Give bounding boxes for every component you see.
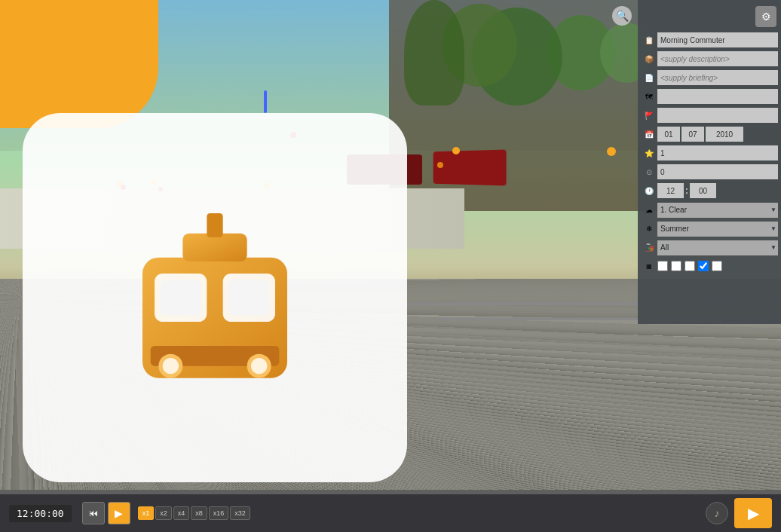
svg-rect-1 — [182, 234, 247, 261]
speed-buttons: x1 x2 x4 x8 x16 x32 — [138, 506, 250, 520]
logo-orange — [0, 0, 158, 128]
date-icon: 📅 — [641, 126, 657, 142]
music-button[interactable]: ♪ — [706, 502, 728, 524]
skip-back-button[interactable]: ⏮ — [82, 502, 105, 524]
field4-input[interactable] — [657, 108, 778, 123]
time-separator: : — [685, 185, 688, 196]
checkboxes-row: ▦ — [641, 258, 778, 274]
dot-6 — [607, 147, 616, 156]
points-icon: ⊙ — [641, 164, 657, 180]
date-year-input[interactable] — [706, 127, 743, 142]
svg-rect-2 — [207, 213, 222, 237]
bottom-bar: 12:00:00 ⏮ ▶ x1 x2 x4 x8 x16 x32 ♪ ▶ — [0, 494, 781, 532]
time-min-input[interactable] — [690, 183, 716, 198]
play-button[interactable]: ▶ — [108, 502, 130, 524]
speed-x8-button[interactable]: x8 — [191, 506, 207, 520]
supply-briefing-icon: 📄 — [641, 69, 657, 86]
field3-row: 🗺 — [641, 88, 778, 105]
date-day-input[interactable] — [657, 127, 680, 142]
tree-5 — [404, 0, 464, 105]
scenario-name-input[interactable] — [657, 32, 778, 47]
panel-header: ⚙ — [641, 3, 778, 30]
dot-5 — [437, 162, 443, 168]
supply-description-input[interactable] — [657, 51, 778, 66]
date-group — [657, 127, 778, 142]
right-controls: ♪ ▶ — [706, 498, 772, 528]
marker-blue — [264, 90, 267, 113]
weather-icon: ☁ — [641, 201, 657, 218]
checkbox-4[interactable] — [698, 261, 709, 271]
time-row: 🕐 : — [641, 182, 778, 199]
play-icon: ▶ — [115, 507, 123, 519]
checkbox-group — [657, 261, 778, 271]
stars-icon: ⭐ — [641, 145, 657, 161]
search-icon: 🔍 — [616, 10, 629, 22]
svg-rect-5 — [160, 280, 201, 316]
checkbox-row-icon: ▦ — [641, 258, 657, 274]
supply-briefing-input[interactable] — [657, 70, 778, 85]
checkbox-1[interactable] — [657, 261, 668, 271]
play-big-button[interactable]: ▶ — [734, 498, 772, 528]
time-icon: 🕐 — [641, 182, 657, 199]
era-icon: 🚂 — [641, 239, 657, 255]
gear-icon: ⚙ — [761, 11, 771, 23]
field3-icon: 🗺 — [641, 88, 657, 105]
svg-point-11 — [251, 358, 267, 374]
music-icon: ♪ — [715, 507, 720, 519]
scenario-name-row: 📋 — [641, 32, 778, 48]
svg-rect-6 — [228, 280, 269, 316]
field4-row: 🚩 — [641, 107, 778, 124]
bench-2 — [433, 149, 507, 185]
season-row: ❄ Spring Summer Autumn Winter ▼ — [641, 220, 778, 237]
checkbox-2[interactable] — [671, 261, 681, 271]
weather-row: ☁ 1. Clear 2. Overcast 3. Rain 4. Snow ▼ — [641, 201, 778, 218]
play-big-icon: ▶ — [748, 504, 759, 522]
speed-x1-button[interactable]: x1 — [138, 506, 155, 520]
season-select-wrapper: Spring Summer Autumn Winter ▼ — [657, 221, 778, 236]
era-select-wrapper: All Steam Diesel Electric ▼ — [657, 240, 778, 255]
skip-back-icon: ⏮ — [89, 508, 98, 518]
checkbox-3[interactable] — [685, 261, 695, 271]
time-group: : — [657, 183, 778, 198]
checkbox-5[interactable] — [712, 261, 722, 271]
era-row: 🚂 All Steam Diesel Electric ▼ — [641, 239, 778, 255]
season-select[interactable]: Spring Summer Autumn Winter — [657, 222, 778, 237]
era-select[interactable]: All Steam Diesel Electric — [657, 240, 778, 255]
stars-row: ⭐ — [641, 145, 778, 161]
weather-select[interactable]: 1. Clear 2. Overcast 3. Rain 4. Snow — [657, 203, 778, 218]
speed-x16-button[interactable]: x16 — [209, 506, 229, 520]
points-row: ⊙ — [641, 164, 778, 180]
stars-input[interactable] — [657, 145, 778, 161]
speed-x2-button[interactable]: x2 — [155, 506, 172, 520]
time-hour-input[interactable] — [657, 183, 684, 198]
supply-description-row: 📦 — [641, 50, 778, 67]
weather-select-wrapper: 1. Clear 2. Overcast 3. Rain 4. Snow ▼ — [657, 202, 778, 217]
search-button[interactable]: 🔍 — [612, 6, 632, 26]
transport-controls: ⏮ ▶ — [82, 502, 130, 524]
season-icon: ❄ — [641, 220, 657, 237]
svg-point-9 — [163, 358, 179, 374]
scenario-icon: 📋 — [641, 32, 657, 48]
train-icon — [94, 177, 335, 418]
date-month-input[interactable] — [681, 127, 704, 142]
settings-panel: ⚙ 📋 📦 📄 🗺 🚩 📅 — [638, 0, 781, 324]
field4-icon: 🚩 — [641, 107, 657, 124]
supply-desc-icon: 📦 — [641, 50, 657, 67]
speed-x4-button[interactable]: x4 — [173, 506, 190, 520]
supply-briefing-row: 📄 — [641, 69, 778, 86]
dot-4 — [452, 147, 460, 154]
speed-x32-button[interactable]: x32 — [230, 506, 250, 520]
train-card — [23, 113, 407, 482]
points-input[interactable] — [657, 164, 778, 179]
date-row: 📅 — [641, 126, 778, 142]
gear-button[interactable]: ⚙ — [755, 6, 776, 27]
time-display: 12:00:00 — [9, 505, 72, 522]
field3-input[interactable] — [657, 89, 778, 104]
